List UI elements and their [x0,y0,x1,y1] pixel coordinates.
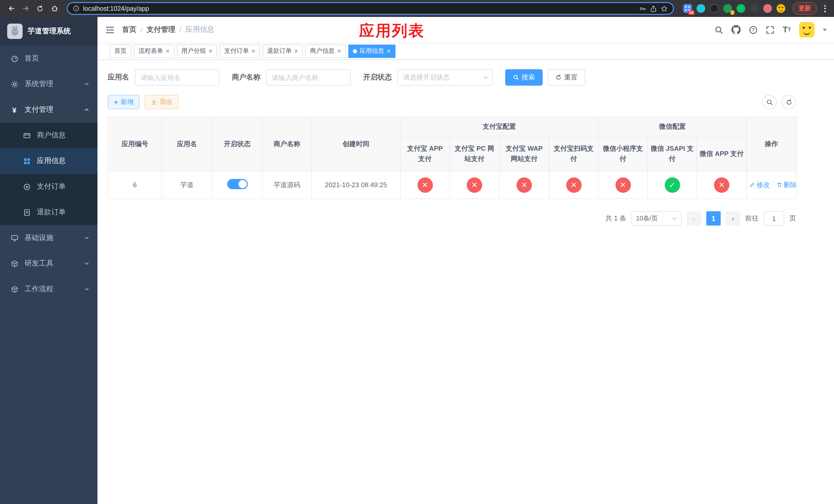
avatar[interactable] [799,22,814,38]
extension-icon-pink[interactable] [763,4,772,13]
close-icon[interactable] [251,48,255,54]
status-icon [714,177,729,192]
extension-icon-wechat[interactable] [737,4,745,13]
breadcrumb-home[interactable]: 首页 [122,25,136,35]
monitor-icon [10,234,19,242]
app-shell: 芋道管理系统 首页 系统管理 支付管理 [0,17,834,504]
sidebar-item-workflow[interactable]: 工作流程 [0,276,97,302]
svg-text:?: ? [752,27,755,32]
sidebar-item-label: 商户信息 [37,131,66,140]
close-icon[interactable] [294,48,298,54]
col-header-app-id: 应用编号 [108,117,162,171]
cell-wx-mini [598,171,648,199]
edit-link[interactable]: 修改 [749,180,770,189]
sidebar-item-dev-tools[interactable]: 研发工具 [0,251,97,276]
pagination-total: 共 1 条 [606,214,626,223]
sidebar-item-infrastructure[interactable]: 基础设施 [0,225,97,251]
url-text[interactable]: localhost:1024/pay/app [83,5,636,12]
passkey-icon[interactable] [639,5,646,12]
breadcrumb-payment[interactable]: 支付管理 [147,25,175,35]
share-icon[interactable] [650,5,657,12]
reset-button[interactable]: 重置 [548,69,585,86]
toggle-search-button[interactable] [762,95,776,109]
extension-badge: 10 [688,10,695,15]
help-icon[interactable]: ? [749,25,758,34]
search-button[interactable]: 搜索 [505,69,543,86]
tab-pay-order[interactable]: 支付订单 [220,44,260,58]
url-bar[interactable]: localhost:1024/pay/app [67,2,674,15]
font-size-icon[interactable]: TT [783,26,791,34]
fullscreen-icon[interactable] [766,25,774,34]
breadcrumb: 首页 / 支付管理 / 应用信息 [122,25,214,35]
sidebar-item-app-info[interactable]: 应用信息 [0,148,97,174]
bookmark-star-icon[interactable] [661,5,668,12]
tab-user-group[interactable]: 用户分组 [177,44,217,58]
close-icon[interactable] [337,48,341,54]
sidebar-item-home[interactable]: 首页 [0,46,97,71]
tab-home[interactable]: 首页 [110,44,131,58]
status-icon [566,177,581,192]
update-button[interactable]: 更新 [792,2,817,15]
status-icon [467,177,482,192]
goto-prefix: 前往 [745,214,759,223]
sidebar-item-payment[interactable]: 支付管理 [0,97,97,122]
github-icon[interactable] [731,25,741,35]
search-icon[interactable] [715,25,723,34]
status-select-placeholder: 请选择开启状态 [403,73,450,82]
caret-down-icon[interactable] [823,28,827,31]
refresh-table-button[interactable] [782,95,796,109]
tab-process-form[interactable]: 流程表单 [134,44,174,58]
app-logo[interactable]: 芋道管理系统 [0,17,97,46]
tags-view: 首页 流程表单 用户分组 支付订单 退款订单 商户信息 应用信息 [97,43,834,60]
delete-link[interactable]: 删除 [776,180,797,189]
close-icon[interactable] [166,48,170,54]
refresh-icon[interactable] [34,2,46,15]
sidebar-item-merchant-info[interactable]: 商户信息 [0,122,97,148]
add-button[interactable]: 新增 [108,95,139,109]
cell-app-name: 芋道 [162,171,212,199]
page-content: 应用名 商户名称 开启状态 请选择开启状态 [97,60,834,504]
app-name-input[interactable] [135,69,220,86]
site-info-icon[interactable] [73,5,80,12]
extension-icon-smiley[interactable] [776,4,785,13]
cell-wx-jsapi [648,171,697,199]
page-1-button[interactable]: 1 [706,211,721,226]
extension-icon-teal[interactable] [697,4,705,13]
home-icon[interactable] [48,2,61,15]
cell-actions: 修改 删除 [747,171,796,199]
extension-icon-grid[interactable]: 10 [683,4,692,13]
extension-icon-green-badged[interactable]: 1 [723,4,732,13]
extension-icon-slate[interactable] [750,4,759,13]
cell-app-id: 6 [108,171,162,199]
yen-icon [10,105,19,114]
next-page-button[interactable] [726,211,740,226]
main-area: 首页 / 支付管理 / 应用信息 应用列表 ? [97,17,834,504]
status-select[interactable]: 请选择开启状态 [397,69,493,86]
prev-page-button[interactable] [687,211,701,226]
tab-refund-order[interactable]: 退款订单 [263,44,303,58]
col-header-merchant: 商户名称 [262,117,312,171]
back-icon[interactable] [5,2,18,15]
tab-app-info[interactable]: 应用信息 [348,44,395,58]
forward-icon[interactable] [20,2,32,15]
sidebar-item-pay-order[interactable]: 支付订单 [0,174,97,200]
export-button[interactable]: 导出 [145,95,178,109]
collapse-sidebar-icon[interactable] [97,17,122,43]
extension-icon-dark[interactable] [710,4,719,13]
sidebar-item-system[interactable]: 系统管理 [0,71,97,97]
status-switch[interactable] [227,179,247,189]
tab-label: 应用信息 [359,47,384,55]
cell-alipay-pc [449,171,499,199]
page-size-select[interactable]: 10条/页 [631,211,682,226]
goto-suffix: 页 [789,214,796,223]
screenshot-root: localhost:1024/pay/app 10 1 更新 [0,0,834,504]
close-icon[interactable] [208,48,212,54]
active-dot-icon [353,49,357,53]
sidebar-item-refund-order[interactable]: 退款订单 [0,200,97,225]
tab-merchant-info[interactable]: 商户信息 [305,44,346,58]
goto-page-input[interactable] [764,211,784,226]
merchant-name-input[interactable] [266,69,351,86]
credit-card-icon [23,132,31,139]
menu-kebab-icon[interactable] [821,3,829,14]
close-icon[interactable] [387,48,391,54]
